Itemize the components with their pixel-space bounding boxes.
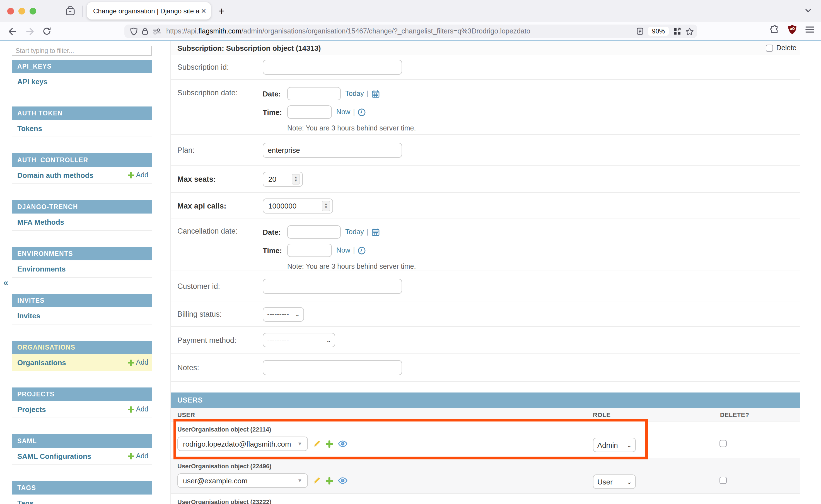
- forward-icon[interactable]: [25, 26, 35, 36]
- section-header: AUTH_CONTROLLER: [12, 153, 152, 167]
- zoom-window-button[interactable]: [30, 8, 36, 14]
- plus-icon: [128, 172, 134, 178]
- fullscreen-icon[interactable]: [673, 27, 681, 35]
- field-row-subscription-date: Subscription date: Date: Today| Time: No…: [171, 80, 800, 135]
- sidebar-item-organisations[interactable]: Organisations Add: [12, 354, 152, 371]
- now-link[interactable]: Now: [336, 108, 350, 116]
- clock-icon[interactable]: [358, 108, 366, 116]
- view-related-eye-icon[interactable]: [338, 477, 347, 484]
- notes-input[interactable]: [263, 360, 402, 375]
- role-select[interactable]: User⌄: [593, 474, 636, 489]
- url-bar[interactable]: https://api.flagsmith.com/admin/organisa…: [124, 25, 697, 38]
- now-link[interactable]: Now: [336, 246, 350, 254]
- section-api-keys: API_KEYS API keys: [12, 60, 152, 90]
- number-stepper-icon[interactable]: ▲▼: [322, 200, 330, 211]
- sidebar-item-environments[interactable]: Environments: [12, 260, 152, 278]
- edit-related-pencil-icon[interactable]: [313, 477, 321, 484]
- user-select[interactable]: user@example.com▼: [177, 473, 308, 488]
- zoom-level-button[interactable]: 90%: [648, 27, 669, 36]
- user-select[interactable]: rodrigo.lopezdato@flagsmith.com▼: [177, 437, 308, 451]
- sidebar-item-api-keys[interactable]: API keys: [12, 73, 152, 90]
- tab-close-icon[interactable]: ✕: [200, 7, 207, 15]
- delete-row-checkbox[interactable]: [720, 440, 727, 447]
- browser-window: Change organisation | Django site ad ✕ +: [0, 0, 821, 504]
- payment-method-select[interactable]: ---------⌄: [263, 333, 335, 347]
- new-tab-button[interactable]: +: [219, 6, 224, 16]
- lock-icon[interactable]: [142, 27, 148, 35]
- minimize-window-button[interactable]: [18, 8, 25, 14]
- billing-status-select[interactable]: ---------⌄: [263, 307, 304, 321]
- delete-subscription-checkbox[interactable]: [766, 44, 773, 52]
- edit-related-pencil-icon[interactable]: [313, 440, 321, 448]
- chevron-down-icon: ⌄: [626, 442, 632, 448]
- user-organisation-object-label: UserOrganisation object (23222): [177, 498, 800, 504]
- section-saml: SAML SAML Configurations Add: [12, 434, 152, 465]
- menu-hamburger-icon[interactable]: [805, 26, 814, 33]
- add-related-plus-icon[interactable]: [326, 440, 333, 447]
- delete-row-checkbox[interactable]: [720, 477, 727, 484]
- view-related-eye-icon[interactable]: [338, 440, 347, 447]
- calendar-icon[interactable]: [371, 89, 379, 98]
- field-row-payment-method: Payment method: ---------⌄: [171, 327, 800, 354]
- sidebar-filter-input[interactable]: [12, 46, 152, 56]
- bookmark-star-icon[interactable]: [686, 27, 694, 35]
- back-icon[interactable]: [8, 26, 17, 36]
- max-api-calls-stepper[interactable]: 1000000 ▲▼: [263, 198, 333, 213]
- firefox-view-icon[interactable]: [65, 6, 75, 16]
- number-stepper-icon[interactable]: ▲▼: [292, 174, 300, 184]
- ublock-origin-icon[interactable]: uO: [788, 25, 797, 35]
- section-header: API_KEYS: [12, 60, 152, 73]
- sidebar-collapse-icon[interactable]: «: [3, 278, 8, 288]
- plus-icon: [128, 453, 134, 459]
- dropdown-triangle-icon: ▼: [297, 441, 302, 447]
- cancellation-time-input[interactable]: [287, 244, 332, 257]
- section-header: ORGANISATIONS: [12, 341, 152, 354]
- sidebar-item-mfa-methods[interactable]: MFA Methods: [12, 214, 152, 231]
- delete-label: Delete: [776, 44, 796, 52]
- add-related-plus-icon[interactable]: [326, 477, 333, 484]
- column-header-delete: DELETE?: [720, 411, 749, 418]
- sidebar-item-saml-configurations[interactable]: SAML Configurations Add: [12, 448, 152, 465]
- field-row-billing-status: Billing status: ---------⌄: [171, 302, 800, 327]
- close-window-button[interactable]: [7, 8, 14, 14]
- today-link[interactable]: Today: [345, 90, 364, 98]
- plan-input[interactable]: [263, 142, 402, 157]
- permissions-icon[interactable]: [152, 28, 161, 35]
- reload-icon[interactable]: [42, 27, 51, 36]
- section-header: DJANGO-TRENCH: [12, 200, 152, 214]
- add-link[interactable]: Add: [128, 358, 149, 366]
- extensions-puzzle-icon[interactable]: [770, 25, 779, 34]
- field-row-cancellation-date: Cancellation date: Date: Today| Time: No…: [171, 219, 800, 270]
- reader-mode-icon[interactable]: [636, 27, 644, 35]
- change-form: Subscription: Subscription object (14313…: [170, 41, 800, 504]
- subscription-id-input[interactable]: [263, 60, 402, 75]
- subscription-time-input[interactable]: [287, 105, 332, 119]
- user-organisation-object-label: UserOrganisation object (22496): [177, 463, 800, 469]
- add-link[interactable]: Add: [128, 452, 149, 460]
- sidebar-item-invites[interactable]: Invites: [12, 307, 152, 324]
- sidebar-item-projects[interactable]: Projects Add: [12, 401, 152, 418]
- user-row-23222: UserOrganisation object (23222): [171, 493, 800, 504]
- sidebar-item-tokens[interactable]: Tokens: [12, 120, 152, 137]
- traffic-lights: [7, 8, 36, 14]
- tracking-protection-shield-icon[interactable]: [130, 27, 138, 35]
- cancellation-date-input[interactable]: [287, 225, 341, 239]
- role-select[interactable]: Admin⌄: [593, 438, 636, 452]
- clock-icon[interactable]: [358, 246, 366, 255]
- add-link[interactable]: Add: [128, 171, 149, 179]
- section-auth-controller: AUTH_CONTROLLER Domain auth methods Add: [12, 153, 152, 184]
- today-link[interactable]: Today: [345, 228, 364, 236]
- add-link[interactable]: Add: [128, 405, 149, 413]
- max-seats-stepper[interactable]: 20 ▲▼: [263, 171, 303, 186]
- calendar-icon[interactable]: [371, 228, 379, 236]
- subscription-date-input[interactable]: [287, 87, 341, 100]
- active-tab[interactable]: Change organisation | Django site ad ✕: [87, 2, 211, 20]
- sidebar-item-domain-auth-methods[interactable]: Domain auth methods Add: [12, 167, 152, 184]
- users-inline-module: USERS USER ROLE DELETE? UserOrganisation…: [171, 392, 800, 504]
- field-row-customer-id: Customer id:: [171, 270, 800, 302]
- customer-id-input[interactable]: [263, 278, 402, 294]
- field-row-notes: Notes:: [171, 354, 800, 382]
- list-all-tabs-icon[interactable]: [804, 7, 812, 14]
- tab-separator: [82, 5, 83, 16]
- sidebar-item-tags[interactable]: Tags: [12, 495, 152, 504]
